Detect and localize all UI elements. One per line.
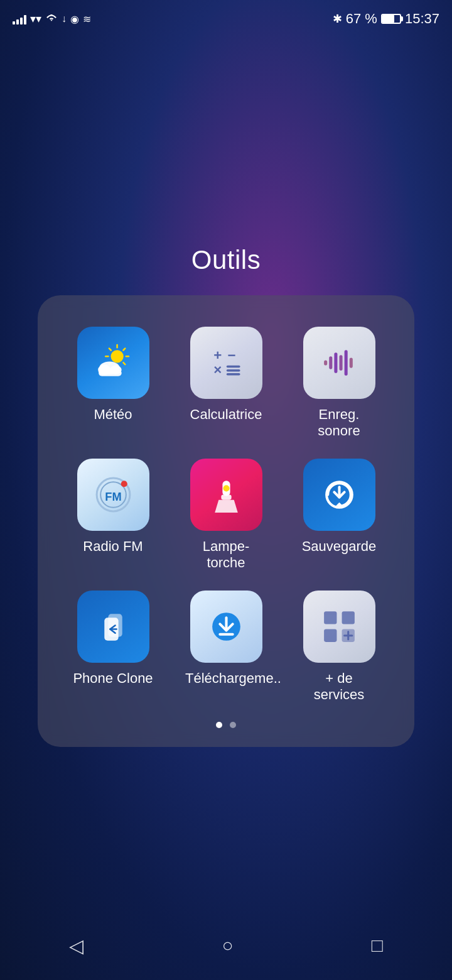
plus-services-label: + de services [298,670,380,704]
telechargement-icon [190,591,262,663]
svg-rect-20 [329,356,332,369]
enreg-sonore-icon [303,327,375,399]
app-item-calculatrice[interactable]: + − × Calculatrice [170,320,282,446]
app-item-radio-fm[interactable]: FM Radio FM [56,452,170,578]
svg-point-32 [223,485,229,491]
page-dot-1[interactable] [216,722,222,728]
nav-back-button[interactable]: ◁ [69,935,83,957]
svg-rect-42 [324,629,336,641]
svg-point-0 [110,350,123,362]
signal-bars-icon [13,13,26,24]
telechargement-label: Téléchargeme.. [185,670,267,687]
nav-home-button[interactable]: ○ [222,935,233,956]
location-icon: ◉ [70,13,79,25]
phone-clone-icon [77,591,149,663]
svg-line-8 [123,349,125,351]
wifi-icon: ▾▾ [30,12,41,26]
app-item-plus-services[interactable]: + de services [282,584,396,710]
app-item-phone-clone[interactable]: Phone Clone [56,584,170,710]
svg-rect-22 [339,355,342,370]
calculatrice-label: Calculatrice [190,406,262,423]
svg-rect-40 [324,611,336,624]
folder-title: Outils [0,245,452,275]
app-item-telechargement[interactable]: Téléchargeme.. [170,584,282,710]
svg-rect-30 [221,494,231,499]
signal2-icon: ≋ [83,13,91,25]
lampe-torche-icon [190,459,262,531]
svg-text:×: × [213,362,222,378]
app-grid: Météo + − × Calculatrice [56,320,396,709]
lampe-torche-label: Lampe-torche [185,538,267,572]
meteo-icon [77,327,149,399]
svg-rect-41 [342,611,354,624]
battery-icon [381,14,401,24]
sauvegarde-icon [303,459,375,531]
page-dots [56,722,396,728]
svg-line-5 [109,349,110,351]
svg-text:FM: FM [105,490,121,503]
phone-clone-label: Phone Clone [73,670,153,687]
app-item-enreg-sonore[interactable]: Enreg. sonore [282,320,396,446]
status-left: ▾▾ ↓ ◉ ≋ [13,12,91,26]
svg-rect-19 [324,360,327,365]
plus-services-icon [303,591,375,663]
wifi-icon [45,13,58,24]
svg-marker-34 [335,502,343,506]
meteo-label: Météo [94,406,132,423]
svg-rect-24 [349,357,352,368]
svg-rect-21 [334,352,337,373]
bluetooth-icon: ✱ [333,12,342,26]
nav-recent-button[interactable]: □ [372,935,383,956]
svg-rect-23 [344,350,347,376]
svg-text:+: + [213,347,222,363]
svg-text:−: − [227,347,235,363]
svg-marker-31 [215,499,238,512]
sauvegarde-label: Sauvegarde [302,538,377,555]
folder-container: Météo + − × Calculatrice [38,295,414,747]
battery-percent: 67 % [346,11,377,27]
download-arrow-icon: ↓ [62,13,67,24]
app-item-lampe-torche[interactable]: Lampe-torche [170,452,282,578]
enreg-sonore-label: Enreg. sonore [298,406,380,440]
radio-fm-label: Radio FM [83,538,143,555]
status-right: ✱ 67 % 15:37 [333,11,439,27]
time-display: 15:37 [405,11,439,27]
radio-fm-icon: FM [77,459,149,531]
nav-bar: ◁ ○ □ [0,917,452,980]
status-bar: ▾▾ ↓ ◉ ≋ ✱ 67 % 15:37 [0,0,452,38]
app-item-sauvegarde[interactable]: Sauvegarde [282,452,396,578]
svg-point-28 [121,481,127,487]
svg-line-6 [123,362,125,364]
app-item-meteo[interactable]: Météo [56,320,170,446]
page-dot-2[interactable] [230,722,236,728]
svg-rect-12 [99,370,122,376]
calculatrice-icon: + − × [190,327,262,399]
